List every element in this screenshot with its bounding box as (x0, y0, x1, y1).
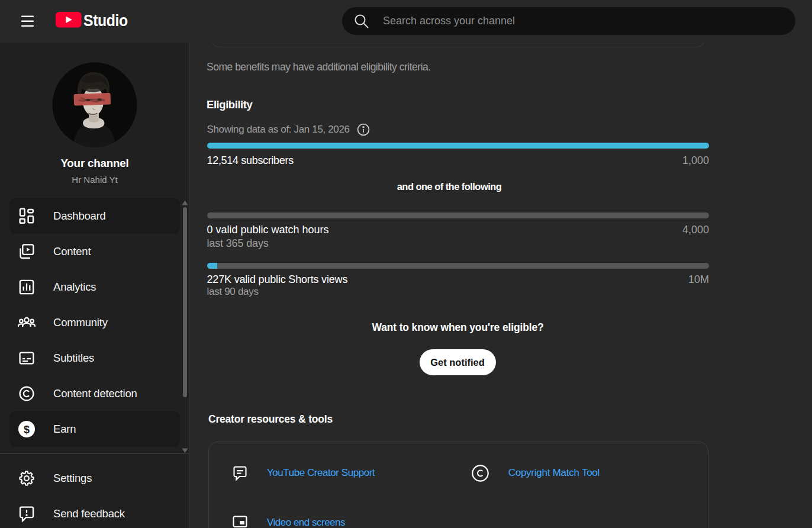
svg-text:$: $ (24, 423, 30, 435)
